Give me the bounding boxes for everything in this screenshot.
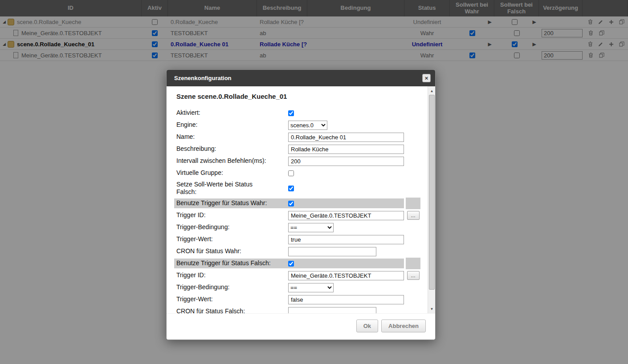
form-row-beschreibung: Beschreibung:	[174, 143, 427, 155]
field-label: Engine:	[174, 121, 288, 129]
close-button[interactable]: ×	[422, 74, 431, 82]
dialog-titlebar: Szenenkonfiguration ×	[167, 70, 435, 86]
browse-trigger-true-button[interactable]: ...	[407, 211, 420, 220]
form-row-bedingung-falsch: Trigger-Bedingung: ==	[174, 282, 427, 293]
engine-select[interactable]: scenes.0	[288, 121, 327, 130]
cron-true-input[interactable]	[288, 247, 376, 256]
field-label: Virtuelle Gruppe:	[174, 169, 288, 177]
cron-false-input[interactable]	[288, 307, 376, 314]
interval-input[interactable]	[288, 157, 404, 166]
trigger-id-true-input[interactable]	[288, 211, 404, 220]
field-label: CRON für Status Wahr:	[174, 247, 288, 255]
form-row-benutze-trigger-wahr: Benutze Trigger für Status Wahr:	[174, 198, 427, 209]
set-on-false-checkbox[interactable]	[288, 186, 294, 191]
form-row-wert-falsch: Trigger-Wert:	[174, 294, 427, 305]
field-label: Intervall zwischen Befehlen(ms):	[174, 157, 288, 165]
trigger-id-false-input[interactable]	[288, 271, 404, 280]
form-row-aktiviert: Aktiviert:	[174, 107, 427, 119]
use-trigger-true-checkbox[interactable]	[288, 201, 294, 206]
virtual-group-checkbox[interactable]	[288, 170, 294, 176]
name-input[interactable]	[288, 133, 404, 142]
browse-trigger-false-button[interactable]: ...	[407, 271, 420, 280]
description-input[interactable]	[288, 145, 404, 154]
form-row-wert-wahr: Trigger-Wert:	[174, 234, 427, 245]
form-row-name: Name:	[174, 131, 427, 143]
dialog-footer: Ok Abbrechen	[167, 313, 435, 340]
scene-config-dialog: Szenenkonfiguration × Szene scene.0.Roll…	[166, 69, 436, 340]
field-label: Trigger-Wert:	[174, 295, 288, 303]
field-label: Trigger-Wert:	[174, 235, 288, 243]
dialog-heading: Szene scene.0.Rollade_Kueche_01	[176, 93, 427, 100]
form-row-cron-falsch: CRON für Status Falsch:	[174, 306, 427, 313]
field-label: Aktiviert:	[174, 109, 288, 117]
dialog-title: Szenenkonfiguration	[174, 75, 422, 81]
field-label: Trigger-Bedingung:	[174, 283, 288, 291]
trigger-condition-false-select[interactable]: ==	[288, 283, 334, 292]
scroll-up-icon[interactable]: ▲	[428, 87, 435, 94]
field-label: Setze Soll-Werte bei Status Falsch:	[176, 181, 265, 196]
form-row-virtuelle-gruppe: Virtuelle Gruppe:	[174, 167, 427, 179]
form-row-trigger-id-falsch: Trigger ID: ...	[174, 270, 427, 281]
trigger-condition-true-select[interactable]: ==	[288, 223, 334, 232]
field-label: Trigger ID:	[174, 211, 288, 219]
use-trigger-false-checkbox[interactable]	[288, 261, 294, 267]
form-row-intervall: Intervall zwischen Befehlen(ms):	[174, 155, 427, 167]
trigger-value-true-input[interactable]	[288, 235, 404, 244]
dialog-form: Szene scene.0.Rollade_Kueche_01 Aktivier…	[167, 86, 427, 313]
form-row-cron-wahr: CRON für Status Wahr:	[174, 246, 427, 257]
form-row-benutze-trigger-falsch: Benutze Trigger für Status Falsch:	[174, 258, 427, 269]
field-label: Benutze Trigger für Status Falsch:	[174, 259, 288, 267]
field-label: Trigger ID:	[174, 271, 288, 279]
field-label: Beschreibung:	[174, 145, 288, 153]
close-icon: ×	[425, 75, 428, 81]
scrollbar-thumb[interactable]	[429, 95, 435, 290]
aktiviert-checkbox[interactable]	[288, 110, 294, 116]
ok-button[interactable]: Ok	[356, 320, 378, 332]
field-label: Benutze Trigger für Status Wahr:	[174, 199, 288, 207]
form-row-setze-soll: Setze Soll-Werte bei Status Falsch:	[174, 179, 427, 197]
field-label: CRON für Status Falsch:	[174, 307, 288, 313]
field-label: Name:	[174, 133, 288, 141]
form-row-bedingung-wahr: Trigger-Bedingung: ==	[174, 222, 427, 233]
trigger-value-false-input[interactable]	[288, 295, 404, 304]
form-row-trigger-id-wahr: Trigger ID: ...	[174, 210, 427, 221]
dialog-scrollbar[interactable]: ▲ ▼	[428, 86, 435, 313]
dialog-body: Szene scene.0.Rollade_Kueche_01 Aktivier…	[167, 86, 435, 313]
field-label: Trigger-Bedingung:	[174, 223, 288, 231]
scroll-down-icon[interactable]: ▼	[428, 305, 435, 312]
form-row-engine: Engine: scenes.0	[174, 119, 427, 131]
cancel-button[interactable]: Abbrechen	[381, 320, 426, 332]
